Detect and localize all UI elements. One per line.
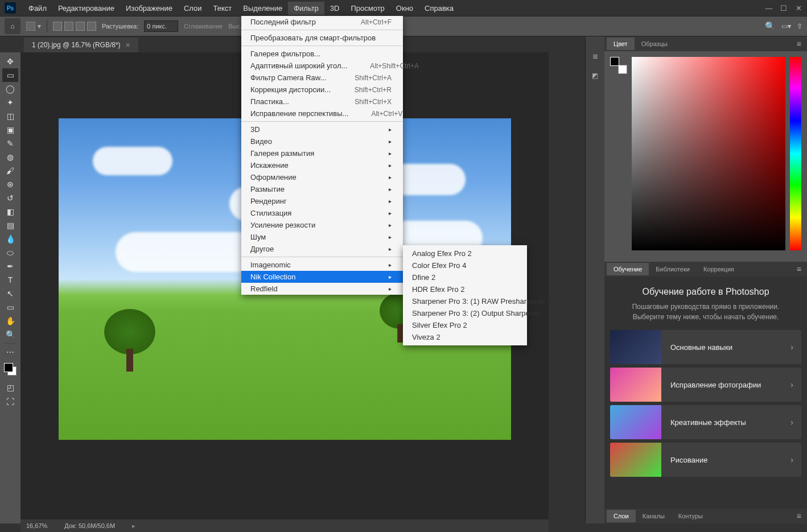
color-field[interactable] <box>632 57 785 250</box>
submenu-item[interactable]: Analog Efex Pro 2 <box>403 248 527 259</box>
menu-item[interactable]: Исправление перспективы...Alt+Ctrl+V <box>241 108 403 119</box>
tab-swatches[interactable]: Образцы <box>635 38 674 50</box>
screen-mode-icon[interactable]: ⛶ <box>2 395 18 409</box>
tab-adjustments[interactable]: Коррекция <box>697 263 741 275</box>
spot-heal-tool[interactable]: ◍ <box>2 150 18 164</box>
submenu-item[interactable]: Sharpener Pro 3: (1) RAW Presharpener <box>403 295 527 307</box>
selection-mode-icons[interactable] <box>53 22 96 31</box>
doc-size[interactable]: Док: 50,6M/50,6M <box>64 522 115 529</box>
menu-выделение[interactable]: Выделение <box>237 2 288 15</box>
marquee-preset[interactable]: ▾ <box>26 22 41 31</box>
menu-item[interactable]: Imagenomic <box>241 259 403 271</box>
foreground-background-colors[interactable] <box>4 363 17 376</box>
submenu-item[interactable]: Dfine 2 <box>403 271 527 283</box>
edit-toolbar-icon[interactable]: ⋯ <box>2 345 18 359</box>
panel-menu-icon[interactable]: ≡ <box>793 265 805 274</box>
menu-item[interactable]: Видео <box>241 135 403 147</box>
panel-menu-icon[interactable]: ≡ <box>793 39 805 48</box>
tab-libraries[interactable]: Библиотеки <box>649 263 697 275</box>
learn-item[interactable]: Рисование› <box>610 443 801 477</box>
learn-item[interactable]: Исправление фотографии› <box>610 368 801 402</box>
search-icon[interactable]: 🔍 <box>765 21 776 31</box>
blur-tool[interactable]: 💧 <box>2 232 18 246</box>
menu-item[interactable]: Коррекция дисторсии...Shift+Ctrl+R <box>241 84 403 96</box>
clone-tool[interactable]: ⊛ <box>2 178 18 191</box>
menu-редактирование[interactable]: Редактирование <box>52 2 120 15</box>
share-icon[interactable]: ⇧ <box>797 22 802 30</box>
menu-item[interactable]: Redfield <box>241 283 403 295</box>
frame-tool[interactable]: ▣ <box>2 123 18 137</box>
close-tab-icon[interactable]: ✕ <box>125 42 130 49</box>
learn-item[interactable]: Основные навыки› <box>610 330 801 364</box>
menu-item[interactable]: Шум <box>241 231 403 243</box>
menu-item[interactable]: Преобразовать для смарт-фильтров <box>241 32 403 44</box>
lasso-tool[interactable]: ◯ <box>2 82 18 96</box>
submenu-item[interactable]: Silver Efex Pro 2 <box>403 319 527 331</box>
menu-item[interactable]: Искажение <box>241 159 403 171</box>
hand-tool[interactable]: ✋ <box>2 314 18 328</box>
tab-channels[interactable]: Каналы <box>636 510 672 522</box>
history-brush-tool[interactable]: ↺ <box>2 191 18 205</box>
tab-color[interactable]: Цвет <box>607 38 635 50</box>
panel-menu-icon[interactable]: ≡ <box>793 512 805 521</box>
rectangle-tool[interactable]: ▭ <box>2 300 18 314</box>
menu-item[interactable]: Усиление резкости <box>241 219 403 231</box>
submenu-item[interactable]: Sharpener Pro 3: (2) Output Sharpener <box>403 307 527 319</box>
menu-item[interactable]: Последний фильтрAlt+Ctrl+F <box>241 16 403 28</box>
menu-item[interactable]: Другое <box>241 243 403 255</box>
gradient-tool[interactable]: ▤ <box>2 218 18 232</box>
move-tool[interactable]: ✥ <box>2 55 18 68</box>
type-tool[interactable]: T <box>2 273 18 287</box>
dodge-tool[interactable]: ⬭ <box>2 246 18 259</box>
zoom-level[interactable]: 16,67% <box>26 522 47 529</box>
marquee-tool[interactable]: ▭ <box>2 68 18 82</box>
zoom-tool[interactable]: 🔍 <box>2 328 18 341</box>
path-select-tool[interactable]: ↖ <box>2 287 18 300</box>
learn-item[interactable]: Креативные эффекты› <box>610 405 801 439</box>
crop-tool[interactable]: ◫ <box>2 109 18 123</box>
submenu-item[interactable]: HDR Efex Pro 2 <box>403 283 527 295</box>
menu-item[interactable]: Адаптивный широкий угол...Alt+Shift+Ctrl… <box>241 60 403 72</box>
submenu-item[interactable]: Viveza 2 <box>403 331 527 343</box>
minimize-button[interactable]: — <box>765 4 773 12</box>
quick-mask-icon[interactable]: ◰ <box>2 381 18 394</box>
properties-panel-icon[interactable]: ◩ <box>589 69 602 82</box>
history-panel-icon[interactable]: ≣ <box>589 50 602 63</box>
menu-item[interactable]: Оформление <box>241 171 403 183</box>
menu-item[interactable]: Стилизация <box>241 207 403 219</box>
menu-текст[interactable]: Текст <box>208 2 238 15</box>
menu-изображение[interactable]: Изображение <box>120 2 178 15</box>
tab-layers[interactable]: Слои <box>607 510 636 522</box>
menu-фильтр[interactable]: Фильтр <box>288 2 324 15</box>
menu-item[interactable]: Размытие <box>241 183 403 195</box>
home-button[interactable]: ⌂ <box>5 18 20 34</box>
document-tab[interactable]: 1 (20).jpg @ 16,7% (RGB/8*) ✕ <box>24 38 138 52</box>
tab-paths[interactable]: Контуры <box>672 510 710 522</box>
pen-tool[interactable]: ✒ <box>2 259 18 273</box>
close-button[interactable]: ✕ <box>794 4 802 12</box>
menu-item[interactable]: Фильтр Camera Raw...Shift+Ctrl+A <box>241 72 403 84</box>
menu-слои[interactable]: Слои <box>178 2 208 15</box>
tab-learn[interactable]: Обучение <box>607 263 649 275</box>
menu-item[interactable]: Рендеринг <box>241 195 403 207</box>
maximize-button[interactable]: ☐ <box>780 4 788 12</box>
menu-окно[interactable]: Окно <box>390 2 419 15</box>
menu-item[interactable]: Галерея размытия <box>241 147 403 159</box>
menu-item[interactable]: Пластика...Shift+Ctrl+X <box>241 96 403 108</box>
menu-просмотр[interactable]: Просмотр <box>345 2 390 15</box>
eyedropper-tool[interactable]: ✎ <box>2 137 18 150</box>
magic-wand-tool[interactable]: ✦ <box>2 96 18 109</box>
menu-файл[interactable]: Файл <box>23 2 52 15</box>
menu-item[interactable]: Галерея фильтров... <box>241 48 403 60</box>
hue-slider[interactable] <box>790 57 801 250</box>
menu-item[interactable]: 3D <box>241 123 403 135</box>
color-panel-swatch[interactable] <box>610 57 627 74</box>
feather-input[interactable] <box>144 20 178 32</box>
brush-tool[interactable]: 🖌 <box>2 164 18 178</box>
menu-справка[interactable]: Справка <box>419 2 459 15</box>
eraser-tool[interactable]: ◧ <box>2 205 18 218</box>
menu-3d[interactable]: 3D <box>324 2 345 15</box>
menu-item[interactable]: Nik Collection <box>241 271 403 283</box>
workspace-switcher-icon[interactable]: ▭▾ <box>781 22 791 30</box>
submenu-item[interactable]: Color Efex Pro 4 <box>403 259 527 271</box>
